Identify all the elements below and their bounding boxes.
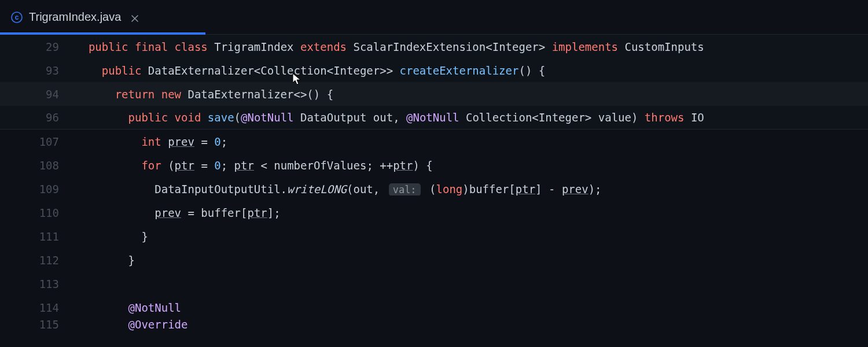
code-token: [75, 301, 128, 314]
code-token: }: [128, 254, 135, 267]
code-line[interactable]: 107 int prev = 0;: [0, 130, 868, 153]
code-token: public: [102, 64, 142, 77]
code-token: IO: [684, 111, 704, 124]
line-number[interactable]: 108: [0, 159, 75, 172]
code-line[interactable]: 109 DataInputOutputUtil.writeLONG(out, v…: [0, 177, 868, 201]
code-token: Collection<Integer> value): [459, 111, 645, 124]
code-content[interactable]: return new DataExternalizer<>() {: [75, 88, 868, 101]
code-token: prev: [155, 206, 181, 219]
code-token: DataInputOutputUtil.: [155, 183, 287, 195]
line-number[interactable]: 93: [0, 64, 75, 77]
line-number[interactable]: 112: [0, 254, 75, 267]
tab-bar: c TrigramIndex.java: [0, 0, 868, 35]
code-token: @NotNull: [128, 301, 182, 314]
code-line[interactable]: 111 }: [0, 224, 868, 248]
code-token: [75, 159, 141, 172]
code-content[interactable]: @NotNull: [75, 301, 868, 314]
line-number[interactable]: 114: [0, 301, 75, 314]
code-token: ptr: [393, 159, 413, 172]
line-number[interactable]: 94: [0, 88, 75, 101]
code-content[interactable]: public final class TrigramIndex extends …: [75, 40, 868, 53]
code-token: );: [589, 183, 602, 195]
code-token: < numberOfValues; ++: [254, 159, 393, 172]
code-line[interactable]: 93 public DataExternalizer<Collection<In…: [0, 58, 868, 82]
code-token: public void: [128, 111, 201, 124]
code-token: 0: [214, 135, 220, 148]
code-token: DataExternalizer<Collection<Integer>>: [141, 64, 399, 77]
code-token: TrigramIndex: [208, 40, 300, 53]
code-token: (: [234, 111, 241, 124]
code-token: = buffer[: [181, 206, 247, 219]
line-number[interactable]: 96: [0, 111, 75, 124]
code-line[interactable]: 108 for (ptr = 0; ptr < numberOfValues; …: [0, 153, 868, 177]
code-token: extends: [300, 40, 347, 53]
code-content[interactable]: }: [75, 254, 868, 267]
code-token: DataExternalizer<>() {: [181, 88, 333, 101]
code-token: [75, 230, 141, 243]
code-token: int: [141, 135, 161, 148]
code-line[interactable]: 112 }: [0, 248, 868, 272]
code-content[interactable]: for (ptr = 0; ptr < numberOfValues; ++pt…: [75, 159, 868, 172]
code-token: =: [194, 159, 214, 172]
code-content[interactable]: }: [75, 230, 868, 243]
code-token: 0: [214, 159, 220, 172]
code-token: [75, 40, 89, 53]
code-token: ptr: [175, 159, 194, 172]
close-icon[interactable]: [130, 13, 139, 22]
line-number[interactable]: 29: [0, 40, 75, 53]
tab-title: TrigramIndex.java: [29, 10, 121, 24]
code-token: [75, 88, 115, 101]
code-content[interactable]: public DataExternalizer<Collection<Integ…: [75, 64, 868, 77]
line-number[interactable]: 110: [0, 206, 75, 219]
code-line[interactable]: 94 return new DataExternalizer<>() {: [0, 82, 868, 106]
code-token: [201, 111, 207, 124]
code-token: DataOutput out,: [294, 111, 406, 124]
code-token: return new: [115, 88, 181, 101]
code-token: prev: [562, 183, 589, 195]
code-token: writeLONG: [287, 183, 347, 195]
code-token: (: [423, 183, 436, 195]
code-token: [75, 111, 128, 124]
code-token: for: [141, 159, 161, 172]
line-number[interactable]: 107: [0, 135, 75, 148]
code-token: prev: [168, 135, 194, 148]
code-token: ) {: [413, 159, 432, 172]
line-number[interactable]: 111: [0, 230, 75, 243]
code-content[interactable]: @Override: [75, 318, 868, 331]
code-token: ptr: [516, 183, 535, 195]
code-line[interactable]: 113: [0, 272, 868, 296]
code-token: ptr: [247, 206, 267, 219]
code-line[interactable]: 29 public final class TrigramIndex exten…: [0, 35, 868, 58]
code-token: createExternalizer: [400, 64, 519, 77]
java-class-icon: c: [10, 11, 23, 24]
line-number[interactable]: 115: [0, 318, 75, 331]
code-content[interactable]: public void save(@NotNull DataOutput out…: [75, 111, 868, 124]
code-token: }: [141, 230, 148, 243]
tab-trigramindex[interactable]: c TrigramIndex.java: [0, 0, 205, 34]
code-token: throws: [645, 111, 685, 124]
code-token: ScalarIndexExtension<Integer>: [347, 40, 552, 53]
code-line[interactable]: 110 prev = buffer[ptr];: [0, 201, 868, 224]
code-token: ;: [221, 135, 227, 148]
code-content[interactable]: DataInputOutputUtil.writeLONG(out, val: …: [75, 183, 868, 195]
code-token: )buffer[: [462, 183, 516, 195]
code-token: [75, 135, 141, 148]
code-token: save: [208, 111, 234, 124]
code-token: @NotNull: [241, 111, 294, 124]
code-token: (out,: [347, 183, 387, 195]
line-number[interactable]: 109: [0, 183, 75, 195]
code-content[interactable]: prev = buffer[ptr];: [75, 206, 868, 219]
code-token: ] -: [535, 183, 562, 195]
code-token: [75, 318, 128, 331]
code-token: [75, 206, 155, 219]
line-number[interactable]: 113: [0, 278, 75, 290]
code-token: CustomInputs: [618, 40, 704, 53]
code-editor[interactable]: 29 public final class TrigramIndex exten…: [0, 35, 868, 347]
code-token: long: [436, 183, 463, 195]
code-token: public final class: [89, 40, 208, 53]
code-line[interactable]: 114 @NotNull: [0, 296, 868, 319]
code-line[interactable]: 96 public void save(@NotNull DataOutput …: [0, 106, 868, 130]
code-line[interactable]: 115 @Override: [0, 319, 868, 329]
code-content[interactable]: int prev = 0;: [75, 135, 868, 148]
code-token: =: [194, 135, 214, 148]
